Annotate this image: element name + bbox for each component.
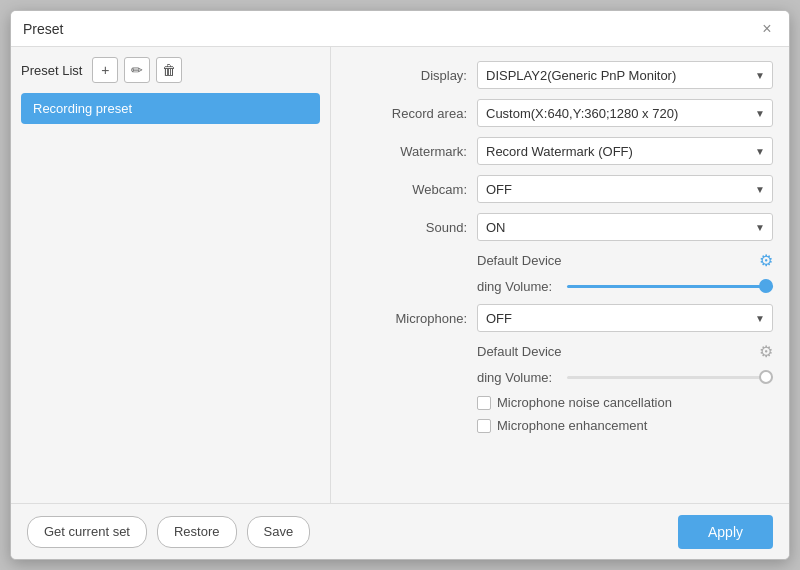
sound-volume-slider-container	[567, 276, 773, 296]
microphone-label: Microphone:	[347, 311, 467, 326]
mic-noise-checkbox-label[interactable]: Microphone noise cancellation	[477, 395, 672, 410]
edit-icon: ✏	[131, 62, 143, 78]
sound-settings-button[interactable]: ⚙	[759, 251, 773, 270]
microphone-select-wrapper: OFF ON ▼	[477, 304, 773, 332]
gear-icon: ⚙	[759, 251, 773, 270]
mic-default-device-label: Default Device	[477, 344, 562, 359]
preset-item[interactable]: Recording preset	[21, 93, 320, 124]
display-label: Display:	[347, 68, 467, 83]
plus-icon: +	[101, 62, 109, 78]
get-current-set-button[interactable]: Get current set	[27, 516, 147, 548]
footer: Get current set Restore Save Apply	[11, 503, 789, 559]
webcam-select-wrapper: OFF ON ▼	[477, 175, 773, 203]
record-area-select[interactable]: Full Screen Custom(X:640,Y:360;1280 x 72…	[477, 99, 773, 127]
preset-list-header: Preset List + ✏ 🗑	[21, 57, 320, 83]
mic-noise-row: Microphone noise cancellation	[347, 395, 773, 410]
mic-enhance-checkbox-label[interactable]: Microphone enhancement	[477, 418, 647, 433]
mic-default-device-row: Default Device ⚙	[347, 342, 773, 361]
sound-row: Sound: OFF ON ▼	[347, 213, 773, 241]
watermark-select[interactable]: Record Watermark (OFF) Record Watermark …	[477, 137, 773, 165]
mic-volume-track	[567, 376, 773, 379]
trash-icon: 🗑	[162, 62, 176, 78]
record-area-select-wrapper: Full Screen Custom(X:640,Y:360;1280 x 72…	[477, 99, 773, 127]
title-bar: Preset ×	[11, 11, 789, 47]
display-select-wrapper: DISPLAY1(Generic PnP Monitor) DISPLAY2(G…	[477, 61, 773, 89]
close-button[interactable]: ×	[757, 19, 777, 39]
sound-select-wrapper: OFF ON ▼	[477, 213, 773, 241]
sound-volume-row: ding Volume:	[347, 276, 773, 296]
preset-dialog: Preset × Preset List + ✏ 🗑 Recording pre…	[10, 10, 790, 560]
restore-button[interactable]: Restore	[157, 516, 237, 548]
content-area: Preset List + ✏ 🗑 Recording preset Displ…	[11, 47, 789, 503]
save-button[interactable]: Save	[247, 516, 311, 548]
mic-volume-row: ding Volume:	[347, 367, 773, 387]
sound-default-device-label: Default Device	[477, 253, 562, 268]
edit-preset-button[interactable]: ✏	[124, 57, 150, 83]
record-area-label: Record area:	[347, 106, 467, 121]
mic-enhance-row: Microphone enhancement	[347, 418, 773, 433]
dialog-title: Preset	[23, 21, 63, 37]
preset-list-label: Preset List	[21, 63, 82, 78]
delete-preset-button[interactable]: 🗑	[156, 57, 182, 83]
left-panel: Preset List + ✏ 🗑 Recording preset	[11, 47, 331, 503]
mic-enhance-label: Microphone enhancement	[497, 418, 647, 433]
sound-volume-label: ding Volume:	[477, 279, 567, 294]
mic-noise-label: Microphone noise cancellation	[497, 395, 672, 410]
webcam-label: Webcam:	[347, 182, 467, 197]
mic-volume-label: ding Volume:	[477, 370, 567, 385]
sound-volume-thumb[interactable]	[759, 279, 773, 293]
sound-label: Sound:	[347, 220, 467, 235]
watermark-row: Watermark: Record Watermark (OFF) Record…	[347, 137, 773, 165]
microphone-row: Microphone: OFF ON ▼	[347, 304, 773, 332]
sound-default-device-row: Default Device ⚙	[347, 251, 773, 270]
right-panel: Display: DISPLAY1(Generic PnP Monitor) D…	[331, 47, 789, 503]
watermark-label: Watermark:	[347, 144, 467, 159]
mic-volume-thumb[interactable]	[759, 370, 773, 384]
webcam-row: Webcam: OFF ON ▼	[347, 175, 773, 203]
sound-select[interactable]: OFF ON	[477, 213, 773, 241]
mic-noise-checkbox[interactable]	[477, 396, 491, 410]
webcam-select[interactable]: OFF ON	[477, 175, 773, 203]
footer-left-buttons: Get current set Restore Save	[27, 516, 310, 548]
display-select[interactable]: DISPLAY1(Generic PnP Monitor) DISPLAY2(G…	[477, 61, 773, 89]
mic-volume-slider-container	[567, 367, 773, 387]
mic-settings-button[interactable]: ⚙	[759, 342, 773, 361]
mic-enhance-checkbox[interactable]	[477, 419, 491, 433]
record-area-row: Record area: Full Screen Custom(X:640,Y:…	[347, 99, 773, 127]
watermark-select-wrapper: Record Watermark (OFF) Record Watermark …	[477, 137, 773, 165]
display-row: Display: DISPLAY1(Generic PnP Monitor) D…	[347, 61, 773, 89]
apply-button[interactable]: Apply	[678, 515, 773, 549]
microphone-select[interactable]: OFF ON	[477, 304, 773, 332]
sound-volume-track	[567, 285, 773, 288]
add-preset-button[interactable]: +	[92, 57, 118, 83]
gear-icon: ⚙	[759, 342, 773, 361]
